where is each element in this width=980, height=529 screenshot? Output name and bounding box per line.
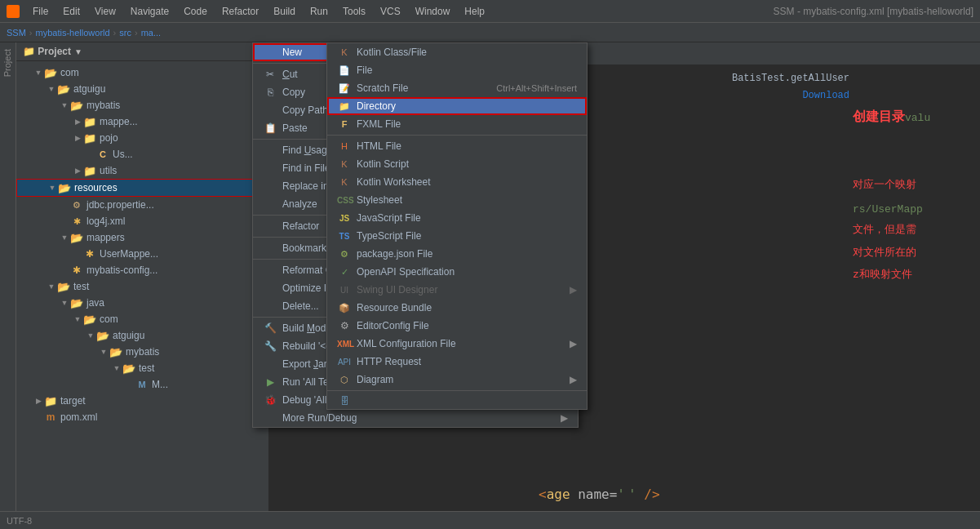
kotlin-script-icon: K bbox=[337, 159, 352, 169]
new-openapi[interactable]: ✓ OpenAPI Specification bbox=[327, 263, 587, 281]
tree-node-usermapper[interactable]: ✱ UserMappe... bbox=[16, 246, 268, 262]
new-http-label: HTTP Request bbox=[357, 356, 421, 367]
tree-node-pojo[interactable]: ▶ 📁 pojo bbox=[16, 130, 268, 146]
tree-node-mybatis[interactable]: ▼ 📂 mybatis bbox=[16, 97, 268, 113]
tree-node-com[interactable]: ▼ 📂 com bbox=[16, 64, 268, 81]
menu-refactor[interactable]: Refactor bbox=[215, 4, 265, 19]
menu-run[interactable]: Run bbox=[304, 4, 335, 19]
tree-node-atguigu[interactable]: ▼ 📂 atguigu bbox=[16, 81, 268, 97]
menu-navigate[interactable]: Navigate bbox=[124, 4, 175, 19]
menu-edit[interactable]: Edit bbox=[56, 4, 86, 19]
ctx-morerun[interactable]: More Run/Debug ▶ bbox=[253, 409, 578, 427]
debug-icon: 🐞 bbox=[263, 394, 277, 406]
value-text: valu bbox=[905, 112, 930, 124]
menu-view[interactable]: View bbox=[88, 4, 122, 19]
diagram-icon: ⬡ bbox=[337, 375, 352, 385]
folder-resources-icon: 📂 bbox=[58, 181, 71, 194]
folder-icon: 📂 bbox=[83, 313, 96, 326]
menu-tools[interactable]: Tools bbox=[336, 4, 372, 19]
tree-label: utils bbox=[100, 165, 117, 176]
folder-icon: 📁 bbox=[83, 115, 96, 128]
new-package-json-label: package.json File bbox=[357, 248, 432, 260]
annotations-2: 对应一个映射 bbox=[853, 177, 973, 194]
js-icon: JS bbox=[337, 214, 352, 223]
menu-build[interactable]: Build bbox=[267, 4, 302, 19]
new-diagram[interactable]: ⬡ Diagram ▶ bbox=[327, 371, 587, 389]
tree-node-pom[interactable]: m pom.xml bbox=[16, 409, 268, 425]
new-javascript[interactable]: JS JavaScript File bbox=[327, 209, 587, 227]
new-directory[interactable]: 📁 Directory bbox=[327, 97, 587, 115]
menu-help[interactable]: Help bbox=[458, 4, 491, 19]
new-kotlin-worksheet[interactable]: K Kotlin Worksheet bbox=[327, 173, 587, 191]
download-link[interactable]: Download bbox=[802, 90, 849, 101]
new-datasource[interactable]: 🗄 bbox=[327, 393, 587, 409]
new-html[interactable]: H HTML File bbox=[327, 137, 587, 155]
sidebar-dropdown-icon[interactable]: ▼ bbox=[74, 47, 82, 56]
new-kotlin-script[interactable]: K Kotlin Script bbox=[327, 155, 587, 173]
new-scratch[interactable]: 📝 Scratch File Ctrl+Alt+Shift+Insert bbox=[327, 79, 587, 97]
menu-vcs[interactable]: VCS bbox=[374, 4, 407, 19]
new-typescript[interactable]: TS TypeScript File bbox=[327, 227, 587, 245]
new-stylesheet[interactable]: CSS Stylesheet bbox=[327, 191, 587, 209]
breadcrumb-src[interactable]: src bbox=[119, 28, 131, 38]
code-attr-name: name= bbox=[578, 487, 617, 502]
copy-icon: ⎘ bbox=[263, 87, 277, 98]
left-tabs: Project bbox=[0, 42, 16, 529]
tree-node-test[interactable]: ▼ 📂 test bbox=[16, 278, 268, 295]
tree-label: test bbox=[73, 281, 89, 292]
breadcrumb-project[interactable]: mybatis-helloworld bbox=[36, 28, 110, 38]
annotations-6: z和映射文件 bbox=[853, 267, 973, 283]
code-tag-name: age bbox=[547, 487, 570, 502]
tree-node-test2[interactable]: ▼ 📂 test bbox=[16, 360, 268, 376]
tree-node-utils[interactable]: ▶ 📁 utils bbox=[16, 162, 268, 179]
code-attr-quote-open: ' bbox=[617, 487, 625, 502]
new-file[interactable]: 📄 File bbox=[327, 61, 587, 79]
breadcrumb-ma[interactable]: ma... bbox=[141, 28, 161, 38]
annotation-line2: 对应一个映射 bbox=[853, 177, 973, 194]
code-attr-quote-close: ' bbox=[628, 487, 636, 502]
cut-icon: ✂ bbox=[263, 69, 277, 80]
tree-node-target[interactable]: ▶ 📁 target bbox=[16, 393, 268, 409]
new-fxml[interactable]: F FXML File bbox=[327, 115, 587, 133]
code-self-close: /> bbox=[644, 487, 659, 502]
tree-node-us[interactable]: C Us... bbox=[16, 146, 268, 162]
new-kotlin-class-label: Kotlin Class/File bbox=[357, 47, 427, 58]
annotations-5: 对文件所在的 bbox=[853, 245, 973, 261]
new-http-request[interactable]: API HTTP Request bbox=[327, 353, 587, 371]
tree-node-m[interactable]: M M... bbox=[16, 376, 268, 393]
tree-node-java[interactable]: ▼ 📂 java bbox=[16, 295, 268, 311]
menu-window[interactable]: Window bbox=[409, 4, 457, 19]
new-swing-ui[interactable]: UI Swing UI Designer ▶ bbox=[327, 281, 587, 299]
tree-node-mybatis2[interactable]: ▼ 📂 mybatis bbox=[16, 344, 268, 360]
status-text: UTF-8 bbox=[7, 516, 32, 526]
test-folder-icon: 📂 bbox=[57, 280, 70, 293]
new-package-json[interactable]: ⚙ package.json File bbox=[327, 245, 587, 263]
new-kotlin-class[interactable]: K Kotlin Class/File bbox=[327, 43, 587, 61]
menu-file[interactable]: File bbox=[26, 4, 55, 19]
tree-node-mapper[interactable]: ▶ 📁 mappe... bbox=[16, 113, 268, 130]
breadcrumb-ssm[interactable]: SSM bbox=[7, 28, 26, 38]
new-resource-bundle[interactable]: 📦 Resource Bundle bbox=[327, 299, 587, 317]
tree-label: resources bbox=[74, 182, 118, 193]
new-editorconfig[interactable]: ⚙ EditorConfig File bbox=[327, 317, 587, 335]
file-xml-icon: ✱ bbox=[70, 215, 83, 228]
new-editorconfig-label: EditorConfig File bbox=[357, 320, 429, 331]
sidebar: 📁 Project ▼ ▼ 📂 com ▼ 📂 atguigu bbox=[16, 42, 269, 529]
stylesheet-icon: CSS bbox=[337, 196, 352, 205]
xml-config-icon: XML bbox=[337, 340, 352, 349]
tree-label: mybatis bbox=[126, 346, 159, 358]
tree-label: M... bbox=[152, 379, 168, 390]
tree-node-resources[interactable]: ▼ 📂 resources bbox=[16, 179, 268, 197]
tree-node-com2[interactable]: ▼ 📂 com bbox=[16, 311, 268, 327]
project-tab[interactable]: Project bbox=[0, 42, 16, 83]
tree-node-log4j[interactable]: ✱ log4j.xml bbox=[16, 213, 268, 229]
new-xml-config[interactable]: XML XML Configuration File ▶ bbox=[327, 335, 587, 353]
tree-node-mybatisconfig[interactable]: ✱ mybatis-config... bbox=[16, 262, 268, 278]
sidebar-title: 📁 Project bbox=[23, 46, 71, 57]
tree-node-mappers[interactable]: ▼ 📂 mappers bbox=[16, 229, 268, 246]
menu-code[interactable]: Code bbox=[177, 4, 214, 19]
tree-node-atguigu2[interactable]: ▼ 📂 atguigu bbox=[16, 327, 268, 344]
tree-label: mybatis bbox=[86, 100, 120, 111]
editorconfig-icon: ⚙ bbox=[337, 320, 352, 331]
tree-node-jdbc[interactable]: ⚙ jdbc.propertie... bbox=[16, 197, 268, 213]
